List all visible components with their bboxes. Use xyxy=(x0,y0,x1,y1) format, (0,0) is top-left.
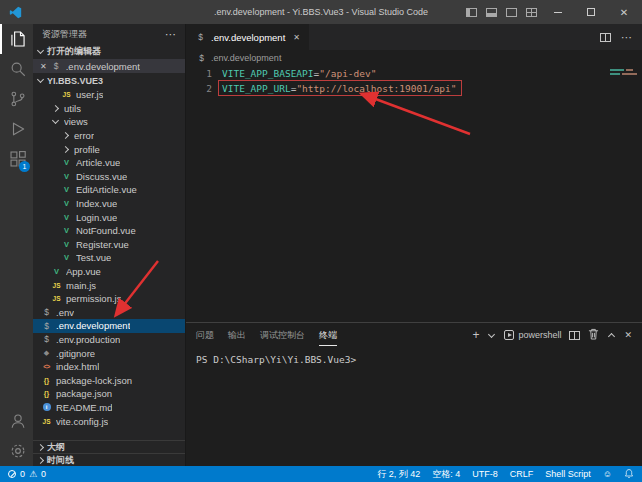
close-icon[interactable]: ✕ xyxy=(40,62,47,71)
tree-item-.env.production[interactable]: $.env.production xyxy=(33,333,185,347)
explorer-icon[interactable] xyxy=(0,24,33,54)
tree-item-NotFound.vue[interactable]: VNotFound.vue xyxy=(33,224,185,238)
toggle-secondary-sidebar-icon[interactable] xyxy=(506,8,517,17)
toggle-panel-icon[interactable] xyxy=(486,8,497,17)
file-name: Index.vue xyxy=(76,198,117,209)
breadcrumb[interactable]: $ .env.development xyxy=(186,50,642,66)
env-key: VITE_APP_BASEAPI xyxy=(222,68,314,79)
title-bar: .env.development - Yi.BBS.Vue3 - Visual … xyxy=(0,0,642,24)
code-editor[interactable]: 1 VITE_APP_BASEAPI="/api-dev" 2 VITE_APP… xyxy=(186,66,642,322)
toggle-sidebar-icon[interactable] xyxy=(466,8,477,17)
run-debug-icon[interactable] xyxy=(0,114,33,144)
terminal-output[interactable]: PS D:\CSharp\Yi\Yi.BBS.Vue3> xyxy=(186,347,642,466)
env-file-icon: $ xyxy=(41,334,52,344)
tree-item-package.json[interactable]: {}package.json xyxy=(33,387,185,401)
code-text: VITE_APP_BASEAPI="/api-dev" xyxy=(222,66,376,81)
minimap[interactable] xyxy=(610,69,637,75)
env-value: "/api-dev" xyxy=(319,68,376,79)
tree-item-Register.vue[interactable]: VRegister.vue xyxy=(33,238,185,252)
tree-item-utils[interactable]: utils xyxy=(33,102,185,116)
encoding[interactable]: UTF-8 xyxy=(472,469,498,479)
tree-item-Login.vue[interactable]: VLogin.vue xyxy=(33,210,185,224)
kill-terminal-trash-icon[interactable] xyxy=(588,328,599,342)
indentation[interactable]: 空格: 4 xyxy=(432,468,460,481)
status-bar: 0 ⚠ 0 行 2, 列 42 空格: 4 UTF-8 CRLF Shell S… xyxy=(0,466,642,482)
tree-item-main.js[interactable]: JSmain.js xyxy=(33,278,185,292)
tab-output[interactable]: 输出 xyxy=(228,325,246,345)
cursor-position[interactable]: 行 2, 列 42 xyxy=(377,468,420,481)
shell-selector[interactable]: powershell xyxy=(504,330,561,340)
env-file-icon: $ xyxy=(41,307,52,317)
close-window-button[interactable]: ✕ xyxy=(612,0,636,24)
project-root-header[interactable]: YI.BBS.VUE3 xyxy=(33,73,185,88)
tab-problems[interactable]: 问题 xyxy=(196,325,214,345)
tree-item-.env[interactable]: $.env xyxy=(33,306,185,320)
env-file-icon: $ xyxy=(41,321,52,331)
tree-item-.gitignore[interactable]: ◆.gitignore xyxy=(33,346,185,360)
js-file-icon: JS xyxy=(51,282,62,289)
tree-item-Article.vue[interactable]: VArticle.vue xyxy=(33,156,185,170)
file-name: user.js xyxy=(76,89,103,100)
vscode-window: .env.development - Yi.BBS.Vue3 - Visual … xyxy=(0,0,642,482)
source-control-icon[interactable] xyxy=(0,84,33,114)
open-editors-header[interactable]: 打开的编辑器 xyxy=(33,44,185,59)
tree-item-.env.development[interactable]: $.env.development xyxy=(33,319,185,333)
feedback-smiley-icon[interactable]: ☺ xyxy=(603,469,612,479)
open-editor-item[interactable]: ✕ $ .env.development xyxy=(33,59,185,73)
maximize-panel-icon[interactable] xyxy=(607,331,616,340)
close-tab-icon[interactable]: ✕ xyxy=(293,33,300,42)
tree-item-package-lock.json[interactable]: {}package-lock.json xyxy=(33,373,185,387)
maximize-button[interactable] xyxy=(579,0,603,24)
split-editor-icon[interactable] xyxy=(600,33,611,42)
tree-item-README.md[interactable]: iREADME.md xyxy=(33,401,185,415)
extensions-icon[interactable]: 1 xyxy=(0,144,33,174)
problems-status[interactable]: 0 ⚠ 0 xyxy=(8,469,46,479)
tab-terminal[interactable]: 终端 xyxy=(319,325,337,346)
tree-item-EditArticle.vue[interactable]: VEditArticle.vue xyxy=(33,183,185,197)
tree-item-views[interactable]: views xyxy=(33,115,185,129)
eol[interactable]: CRLF xyxy=(510,469,534,479)
notifications-bell-icon[interactable] xyxy=(624,468,634,481)
editor-more-actions-icon[interactable]: ⋯ xyxy=(621,31,632,44)
chevron-down-icon xyxy=(51,117,60,126)
file-name: profile xyxy=(74,144,100,155)
vue-file-icon: V xyxy=(61,172,72,181)
terminal-profile-dropdown-icon[interactable] xyxy=(487,331,496,340)
timeline-section-header[interactable]: 时间线 xyxy=(33,453,185,466)
tree-item-vite.config.js[interactable]: JSvite.config.js xyxy=(33,414,185,428)
sidebar-title: 资源管理器 xyxy=(42,28,87,41)
settings-gear-icon[interactable] xyxy=(0,436,33,466)
chevron-right-icon xyxy=(36,443,45,452)
tab-debug-console[interactable]: 调试控制台 xyxy=(260,325,305,345)
timeline-label: 时间线 xyxy=(47,454,74,467)
close-panel-icon[interactable]: ✕ xyxy=(624,330,632,340)
tree-item-Discuss.vue[interactable]: VDiscuss.vue xyxy=(33,170,185,184)
file-name: vite.config.js xyxy=(56,416,108,427)
tree-item-Index.vue[interactable]: VIndex.vue xyxy=(33,197,185,211)
more-actions-icon[interactable]: ⋯ xyxy=(165,28,176,41)
search-icon[interactable] xyxy=(0,54,33,84)
tree-item-index.html[interactable]: <>index.html xyxy=(33,360,185,374)
open-editor-file-name: .env.development xyxy=(66,61,140,72)
file-name: Test.vue xyxy=(76,252,111,263)
tree-item-App.vue[interactable]: VApp.vue xyxy=(33,265,185,279)
activity-bar: 1 xyxy=(0,24,33,466)
account-icon[interactable] xyxy=(0,406,33,436)
new-terminal-icon[interactable]: + xyxy=(472,330,479,340)
json-file-icon: {} xyxy=(41,390,52,397)
split-terminal-icon[interactable] xyxy=(569,331,580,340)
language-mode[interactable]: Shell Script xyxy=(545,469,591,479)
open-editors-label: 打开的编辑器 xyxy=(47,45,101,58)
file-name: .gitignore xyxy=(56,348,95,359)
vue-file-icon: V xyxy=(51,267,62,276)
customize-layout-icon[interactable] xyxy=(526,8,537,17)
tree-item-error[interactable]: error xyxy=(33,129,185,143)
tree-item-user.js[interactable]: JSuser.js xyxy=(33,88,185,102)
tree-item-permission.js[interactable]: JSpermission.js xyxy=(33,292,185,306)
tree-item-Test.vue[interactable]: VTest.vue xyxy=(33,251,185,265)
tab-env-development[interactable]: $ .env.development ✕ xyxy=(186,24,309,50)
minimize-button[interactable] xyxy=(546,0,570,24)
tree-item-profile[interactable]: profile xyxy=(33,142,185,156)
line-number: 2 xyxy=(186,81,212,96)
outline-section-header[interactable]: 大纲 xyxy=(33,440,185,453)
